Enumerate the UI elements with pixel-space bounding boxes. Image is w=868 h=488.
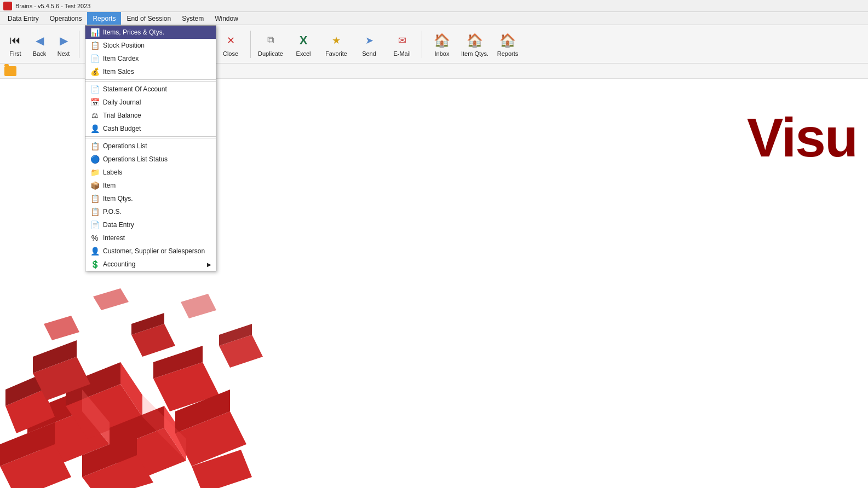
dropdown-label-accounting: Accounting <box>103 260 135 268</box>
email-button[interactable]: ✉ E-Mail <box>387 28 417 61</box>
dropdown-icon-interest: % <box>90 233 100 243</box>
nav-first-button[interactable]: ⏮ First <box>4 28 26 61</box>
inbox-label: Inbox <box>435 50 450 57</box>
reports-label: Reports <box>497 50 519 57</box>
dropdown-label-operations-list-status: Operations List Status <box>103 155 168 163</box>
dropdown-item-item[interactable]: 📦Item <box>85 179 216 192</box>
menu-item-system[interactable]: System <box>176 12 209 25</box>
nav-back-button[interactable]: ◀ Back <box>28 28 50 61</box>
dropdown-item-accounting[interactable]: 💲Accounting▶ <box>85 258 216 271</box>
menu-item-reports[interactable]: Reports <box>87 12 121 25</box>
nav-next-button[interactable]: ▶ Next <box>53 28 74 61</box>
send-label: Send <box>362 50 376 57</box>
dropdown-label-item: Item <box>103 182 116 189</box>
nav-first-label: First <box>9 50 21 57</box>
send-icon: ➤ <box>360 32 378 49</box>
toolbar-sep-3 <box>422 31 422 58</box>
close-icon: ✕ <box>222 32 239 49</box>
close-button[interactable]: ✕ Close <box>215 28 246 61</box>
dropdown-label-trial-balance: Trial Balance <box>103 112 141 119</box>
dropdown-item-interest[interactable]: %Interest <box>85 231 216 245</box>
favorite-button[interactable]: ★ Favorite <box>321 28 352 61</box>
nav-back-label: Back <box>33 50 46 57</box>
main-content: Visu 📊Items, Prices & Qtys.📋Stock Positi… <box>0 79 868 488</box>
folder-icon[interactable] <box>4 66 16 76</box>
dropdown-item-labels[interactable]: 📁Labels <box>85 166 216 179</box>
dropdown-label-statement-of-account: Statement Of Account <box>103 85 167 93</box>
dropdown-item-operations-list[interactable]: 📋Operations List <box>85 140 216 153</box>
menubar: Data EntryOperationsReportsEnd of Sessio… <box>0 12 868 25</box>
dropdown-label-cash-budget: Cash Budget <box>103 125 141 132</box>
item-qtys-button[interactable]: 🏠 Item Qtys. <box>459 28 490 61</box>
reports-button[interactable]: 🏠 Reports <box>492 28 523 61</box>
email-icon: ✉ <box>393 32 411 49</box>
first-icon: ⏮ <box>7 32 24 49</box>
email-label: E-Mail <box>393 50 410 57</box>
dropdown-label-pos: P.O.S. <box>103 208 122 216</box>
dropdown-item-data-entry[interactable]: 📄Data Entry <box>85 218 216 231</box>
dropdown-icon-labels: 📁 <box>90 167 100 177</box>
window-title: Brains - v5.4.5.6 - Test 2023 <box>15 3 90 9</box>
dropdown-label-interest: Interest <box>103 234 125 242</box>
excel-button[interactable]: X Excel <box>288 28 319 61</box>
dropdown-icon-customer-supplier-salesperson: 👤 <box>90 246 100 256</box>
send-button[interactable]: ➤ Send <box>354 28 384 61</box>
next-icon: ▶ <box>55 32 72 49</box>
dropdown-item-pos[interactable]: 📋P.O.S. <box>85 205 216 218</box>
dropdown-item-cash-budget[interactable]: 👤Cash Budget <box>85 122 216 135</box>
inbox-button[interactable]: 🏠 Inbox <box>427 28 457 61</box>
toolbar-sep-1 <box>79 31 79 58</box>
duplicate-button[interactable]: ⧉ Duplicate <box>255 28 286 61</box>
dropdown-item-daily-journal[interactable]: 📅Daily Journal <box>85 96 216 109</box>
visu-text: Visu <box>747 106 857 169</box>
dropdown-menu: 📊Items, Prices & Qtys.📋Stock Position📄It… <box>85 79 216 271</box>
svg-marker-26 <box>44 316 79 340</box>
favorite-label: Favorite <box>325 50 347 57</box>
dropdown-icon-data-entry: 📄 <box>90 220 100 230</box>
titlebar: Brains - v5.4.5.6 - Test 2023 <box>0 0 868 12</box>
reports-icon: 🏠 <box>499 32 516 49</box>
dropdown-icon-operations-list: 📋 <box>90 141 100 151</box>
menu-item-end-of-session[interactable]: End of Session <box>121 12 176 25</box>
menu-item-window[interactable]: Window <box>209 12 244 25</box>
duplicate-icon: ⧉ <box>262 32 279 49</box>
dropdown-icon-cash-budget: 👤 <box>90 124 100 133</box>
dropdown-separator-statement-of-account <box>85 81 216 82</box>
toolbar-sep-2 <box>250 31 251 58</box>
dropdown-label-item-qtys: Item Qtys. <box>103 195 133 202</box>
dropdown-item-customer-supplier-salesperson[interactable]: 👤Customer, Supplier or Salesperson <box>85 245 216 258</box>
dropdown-icon-statement-of-account: 📄 <box>90 84 100 94</box>
dropdown-icon-daily-journal: 📅 <box>90 97 100 107</box>
menu-item-data-entry[interactable]: Data Entry <box>2 12 44 25</box>
menu-item-operations[interactable]: Operations <box>44 12 88 25</box>
svg-marker-27 <box>93 288 129 310</box>
dropdown-separator-after-cash-budget <box>85 136 216 137</box>
dropdown-icon-item-qtys: 📋 <box>90 194 100 204</box>
inbox-icon: 🏠 <box>433 32 451 49</box>
dropdown-icon-trial-balance: ⚖ <box>90 111 100 120</box>
dropdown-label-data-entry: Data Entry <box>103 221 134 229</box>
duplicate-label: Duplicate <box>258 50 283 57</box>
dropdown-icon-operations-list-status: 🔵 <box>90 154 100 164</box>
favorite-icon: ★ <box>327 32 345 49</box>
dropdown-item-statement-of-account[interactable]: 📄Statement Of Account <box>85 83 216 96</box>
dropdown-separator-after-item-sales <box>85 79 216 80</box>
dropdown-label-daily-journal: Daily Journal <box>103 98 141 106</box>
dropdown-separator-operations-list <box>85 138 216 138</box>
close-label: Close <box>223 50 238 57</box>
dropdown-item-trial-balance[interactable]: ⚖Trial Balance <box>85 109 216 122</box>
item-qtys-icon: 🏠 <box>466 32 484 49</box>
dropdown-item-operations-list-status[interactable]: 🔵Operations List Status <box>85 153 216 166</box>
dropdown-label-customer-supplier-salesperson: Customer, Supplier or Salesperson <box>103 247 205 255</box>
excel-icon: X <box>295 32 312 49</box>
app-icon <box>3 2 12 10</box>
dropdown-arrow-accounting: ▶ <box>207 262 211 268</box>
dropdown-item-item-qtys[interactable]: 📋Item Qtys. <box>85 192 216 205</box>
back-icon: ◀ <box>31 32 48 49</box>
dropdown-icon-item: 📦 <box>90 181 100 190</box>
dropdown-icon-accounting: 💲 <box>90 259 100 269</box>
dropdown-label-labels: Labels <box>103 169 122 176</box>
svg-marker-28 <box>181 294 216 318</box>
nav-next-label: Next <box>58 50 70 57</box>
item-qtys-label: Item Qtys. <box>461 50 488 57</box>
